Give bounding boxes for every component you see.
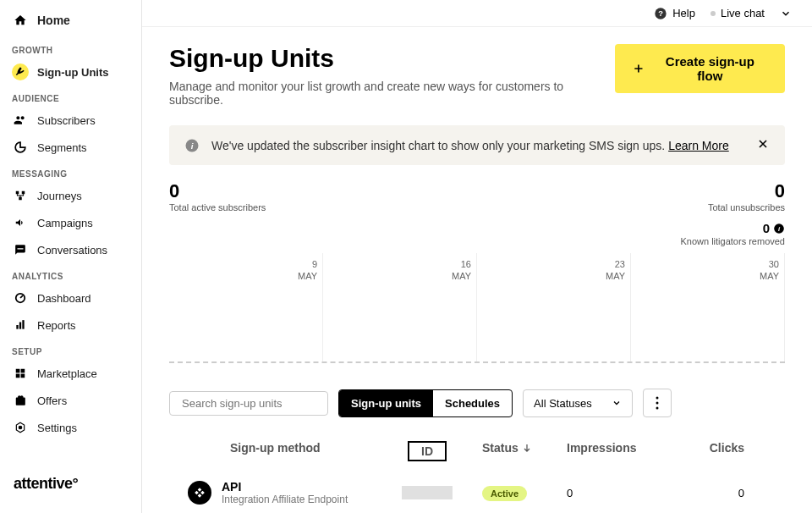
header-impressions[interactable]: Impressions bbox=[567, 441, 668, 461]
sidebar-item-home[interactable]: Home bbox=[0, 7, 141, 37]
row-id bbox=[389, 486, 465, 499]
close-icon bbox=[756, 137, 770, 151]
dashboard-icon bbox=[12, 290, 29, 306]
help-link[interactable]: ? Help bbox=[654, 7, 695, 20]
reports-label: Reports bbox=[37, 319, 76, 332]
chart-col: 30MAY bbox=[631, 253, 785, 363]
stats-row: 0 Total active subscribers 0 Total unsub… bbox=[169, 180, 785, 212]
reports-icon bbox=[12, 317, 29, 334]
section-messaging: MESSAGING bbox=[0, 161, 141, 182]
journeys-icon bbox=[12, 187, 29, 204]
svg-rect-1 bbox=[22, 191, 25, 195]
chart-col: 23MAY bbox=[477, 253, 631, 363]
svg-text:?: ? bbox=[658, 9, 663, 18]
header-clicks[interactable]: Clicks bbox=[668, 441, 744, 461]
svg-rect-4 bbox=[16, 325, 18, 329]
sidebar-item-signup-units[interactable]: Sign-up Units bbox=[0, 58, 141, 86]
section-setup: SETUP bbox=[0, 339, 141, 360]
row-method: API Integration Affiliate Endpoint bbox=[169, 480, 389, 505]
unsub-label: Total unsubscribes bbox=[708, 202, 785, 212]
sidebar-item-campaigns[interactable]: Campaigns bbox=[0, 209, 141, 236]
page-title: Sign-up Units bbox=[169, 44, 615, 73]
svg-point-12 bbox=[19, 426, 22, 429]
sidebar-item-offers[interactable]: Offers bbox=[0, 387, 141, 414]
sidebar-item-dashboard[interactable]: Dashboard bbox=[0, 284, 141, 312]
campaigns-label: Campaigns bbox=[37, 217, 93, 229]
section-growth: GROWTH bbox=[0, 37, 141, 58]
sidebar-item-conversations[interactable]: Conversations bbox=[0, 236, 141, 263]
help-icon: ? bbox=[654, 7, 667, 20]
stat-litigators: 0 i Known litigators removed bbox=[680, 221, 785, 246]
banner-close-button[interactable] bbox=[756, 137, 770, 153]
header-method[interactable]: Sign-up method bbox=[169, 441, 389, 461]
chart-col: 9MAY bbox=[169, 253, 323, 363]
more-options-button[interactable] bbox=[643, 389, 672, 417]
offers-label: Offers bbox=[37, 394, 67, 407]
live-chat-label: Live chat bbox=[721, 7, 765, 19]
arrow-down-icon bbox=[522, 443, 532, 453]
tab-signup-units[interactable]: Sign-up units bbox=[339, 390, 433, 416]
rocket-icon bbox=[12, 63, 29, 80]
sidebar-item-marketplace[interactable]: Marketplace bbox=[0, 360, 141, 387]
active-val: 0 bbox=[169, 180, 266, 202]
svg-rect-7 bbox=[16, 369, 20, 373]
header-status[interactable]: Status bbox=[465, 441, 567, 461]
sidebar-item-segments[interactable]: Segments bbox=[0, 134, 141, 161]
banner-text: We've updated the subscriber insight cha… bbox=[211, 139, 729, 152]
sidebar: Home GROWTH Sign-up Units AUDIENCE Subsc… bbox=[0, 0, 142, 513]
banner-learn-more-link[interactable]: Learn More bbox=[668, 139, 729, 152]
row-impressions: 0 bbox=[567, 487, 668, 499]
dropdown-toggle[interactable] bbox=[780, 8, 792, 19]
api-icon bbox=[188, 481, 211, 505]
people-icon bbox=[12, 112, 29, 129]
create-button-label: Create sign-up flow bbox=[652, 54, 768, 83]
marketplace-label: Marketplace bbox=[37, 367, 97, 380]
live-chat-link[interactable]: Live chat bbox=[710, 7, 765, 19]
campaigns-icon bbox=[12, 214, 29, 231]
chart-date: 23MAY bbox=[606, 258, 625, 283]
active-label: Total active subscribers bbox=[169, 202, 266, 212]
stats-row-2: 0 i Known litigators removed bbox=[169, 221, 785, 246]
svg-rect-10 bbox=[21, 374, 25, 378]
signup-units-table: Sign-up method ID Status Impressions Cli… bbox=[169, 434, 785, 513]
status-filter-label: All Statuses bbox=[534, 397, 592, 410]
signup-units-label: Sign-up Units bbox=[37, 66, 109, 79]
search-box[interactable] bbox=[169, 391, 328, 416]
chart-date: 16MAY bbox=[452, 258, 471, 283]
status-badge: Active bbox=[482, 486, 527, 501]
status-filter-select[interactable]: All Statuses bbox=[523, 389, 633, 417]
chart-col: 16MAY bbox=[323, 253, 477, 363]
help-label: Help bbox=[672, 7, 695, 19]
litigators-label: Known litigators removed bbox=[680, 236, 785, 246]
sidebar-item-journeys[interactable]: Journeys bbox=[0, 182, 141, 209]
svg-point-20 bbox=[656, 397, 659, 400]
plus-icon bbox=[632, 62, 645, 75]
topbar: ? Help Live chat bbox=[142, 0, 812, 27]
stat-active-subscribers: 0 Total active subscribers bbox=[169, 180, 266, 212]
chevron-down-icon bbox=[612, 398, 622, 408]
section-analytics: ANALYTICS bbox=[0, 263, 141, 284]
content-area: Sign-up Units Manage and monitor your li… bbox=[142, 27, 812, 513]
svg-rect-6 bbox=[22, 320, 24, 329]
section-audience: AUDIENCE bbox=[0, 86, 141, 107]
search-input[interactable] bbox=[182, 397, 324, 410]
sidebar-item-reports[interactable]: Reports bbox=[0, 312, 141, 339]
stat-unsubscribes: 0 Total unsubscribes bbox=[708, 180, 785, 212]
litigators-val: 0 i bbox=[763, 221, 785, 235]
row-clicks: 0 bbox=[668, 487, 744, 499]
view-tabs: Sign-up units Schedules bbox=[338, 389, 513, 417]
chart-date: 30MAY bbox=[760, 258, 779, 283]
table-row[interactable]: API Integration Affiliate Endpoint Activ… bbox=[169, 468, 785, 513]
page-subtitle: Manage and monitor your list growth and … bbox=[169, 80, 615, 107]
sidebar-item-subscribers[interactable]: Subscribers bbox=[0, 107, 141, 134]
sidebar-item-settings[interactable]: Settings bbox=[0, 414, 141, 441]
chart-baseline bbox=[169, 361, 785, 363]
header-id[interactable]: ID bbox=[389, 441, 465, 461]
info-icon[interactable]: i bbox=[773, 223, 785, 234]
unsub-val: 0 bbox=[708, 180, 785, 202]
create-signup-flow-button[interactable]: Create sign-up flow bbox=[615, 44, 785, 93]
chevron-down-icon bbox=[780, 8, 792, 19]
subscribers-label: Subscribers bbox=[37, 114, 96, 127]
tab-schedules[interactable]: Schedules bbox=[433, 390, 512, 416]
svg-point-21 bbox=[656, 402, 659, 405]
